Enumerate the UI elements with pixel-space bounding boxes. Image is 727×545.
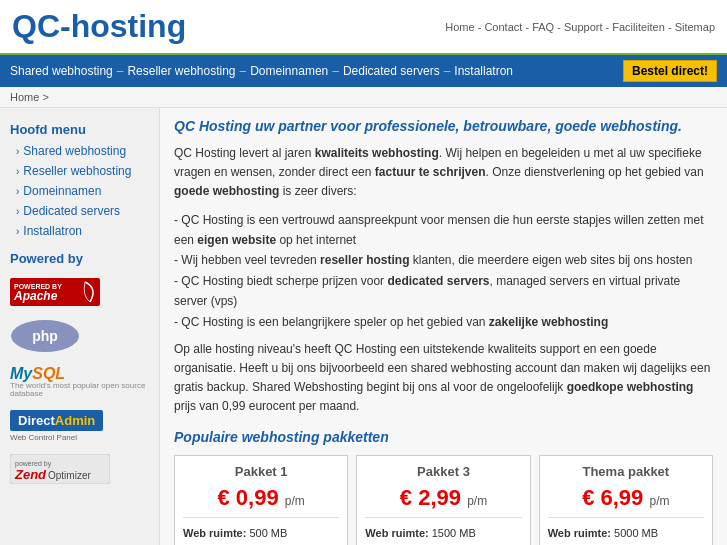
breadcrumb: Home > [0,87,727,108]
php-logo-container: php [0,312,159,360]
intro-paragraph: QC Hosting levert al jaren kwaliteits we… [174,144,713,202]
nav-faciliteiten[interactable]: Faciliteiten [612,21,665,33]
zend-logo-svg: powered by Zend Optimizer [10,454,110,484]
nav-contact[interactable]: Contact [484,21,522,33]
arrow-icon: › [16,206,19,217]
package-3-features: Web ruimte: 5000 MB Data verkeer: 75 GB … [548,524,704,545]
sidebar-item-shared[interactable]: › Shared webhosting [0,141,159,161]
package-1-price: € 0,99 p/m [183,485,339,511]
nav-home[interactable]: Home [445,21,474,33]
directadmin-logo: DirectAdmin [10,410,103,431]
nav-sitemap[interactable]: Sitemap [675,21,715,33]
arrow-icon: › [16,166,19,177]
sidebar: Hoofd menu › Shared webhosting › Reselle… [0,108,160,545]
arrow-icon: › [16,226,19,237]
svg-text:php: php [32,328,58,344]
package-2-price: € 2,99 p/m [365,485,521,511]
bullet-list: - QC Hosting is een vertrouwd aanspreekp… [174,210,713,332]
packages-container: Pakket 1 € 0,99 p/m Web ruimte: 500 MB D… [174,455,713,545]
sidebar-item-installatron[interactable]: › Installatron [0,221,159,241]
body-paragraph: Op alle hosting niveau's heeft QC Hostin… [174,340,713,417]
nav-reseller[interactable]: Reseller webhosting [127,64,235,78]
bullet-4: - QC Hosting is een belangrijkere speler… [174,312,713,332]
package-2-features: Web ruimte: 1500 MB Data verkeer: 30 GB … [365,524,521,545]
svg-text:Optimizer: Optimizer [48,470,91,481]
sidebar-title: Hoofd menu [0,116,159,141]
nav-shared[interactable]: Shared webhosting [10,64,113,78]
mysql-logo-container: MySQL The world's most popular open sour… [0,360,159,404]
bullet-1: - QC Hosting is een vertrouwd aanspreekp… [174,210,713,251]
mysql-logo: MySQL The world's most popular open sour… [10,366,149,398]
package-1: Pakket 1 € 0,99 p/m Web ruimte: 500 MB D… [174,455,348,545]
content-title: QC Hosting uw partner voor professionele… [174,118,713,134]
nav-bar-links: Shared webhosting – Reseller webhosting … [10,64,513,78]
nav-domeinnamen[interactable]: Domeinnamen [250,64,328,78]
zend-logo-container: powered by Zend Optimizer [0,448,159,490]
sidebar-item-domeinnamen[interactable]: › Domeinnamen [0,181,159,201]
sidebar-item-reseller[interactable]: › Reseller webhosting [0,161,159,181]
nav-support[interactable]: Support [564,21,603,33]
package-1-features: Web ruimte: 500 MB Data verkeer: 10 GB M… [183,524,339,545]
svg-text:Apache: Apache [13,289,58,303]
nav-faq[interactable]: FAQ [532,21,554,33]
nav-bar: Shared webhosting – Reseller webhosting … [0,55,727,87]
package-1-title: Pakket 1 [183,464,339,479]
package-3: Thema pakket € 6,99 p/m Web ruimte: 5000… [539,455,713,545]
apache-logo-container: POWERED BY Apache [0,272,159,312]
header: QC-hosting Home - Contact - FAQ - Suppor… [0,0,727,55]
arrow-icon: › [16,146,19,157]
logo: QC-hosting [12,8,186,45]
nav-installatron[interactable]: Installatron [454,64,513,78]
package-2: Pakket 3 € 2,99 p/m Web ruimte: 1500 MB … [356,455,530,545]
nav-dedicated[interactable]: Dedicated servers [343,64,440,78]
package-3-price: € 6,99 p/m [548,485,704,511]
bullet-2: - Wij hebben veel tevreden reseller host… [174,250,713,270]
arrow-icon: › [16,186,19,197]
main-layout: Hoofd menu › Shared webhosting › Reselle… [0,108,727,545]
bestel-button[interactable]: Bestel direct! [623,60,717,82]
php-logo-svg: php [10,318,80,354]
package-3-title: Thema pakket [548,464,704,479]
directadmin-logo-container: DirectAdmin Web Control Panel [0,404,159,448]
svg-text:Zend: Zend [14,467,47,482]
sidebar-item-dedicated[interactable]: › Dedicated servers [0,201,159,221]
packages-title: Populaire webhosting pakketten [174,429,713,445]
apache-logo-svg: POWERED BY Apache [10,278,100,306]
bullet-3: - QC Hosting biedt scherpe prijzen voor … [174,271,713,312]
powered-by-title: Powered by [0,241,159,272]
content: QC Hosting uw partner voor professionele… [160,108,727,545]
package-2-title: Pakket 3 [365,464,521,479]
top-nav: Home - Contact - FAQ - Support - Facilit… [445,21,715,33]
